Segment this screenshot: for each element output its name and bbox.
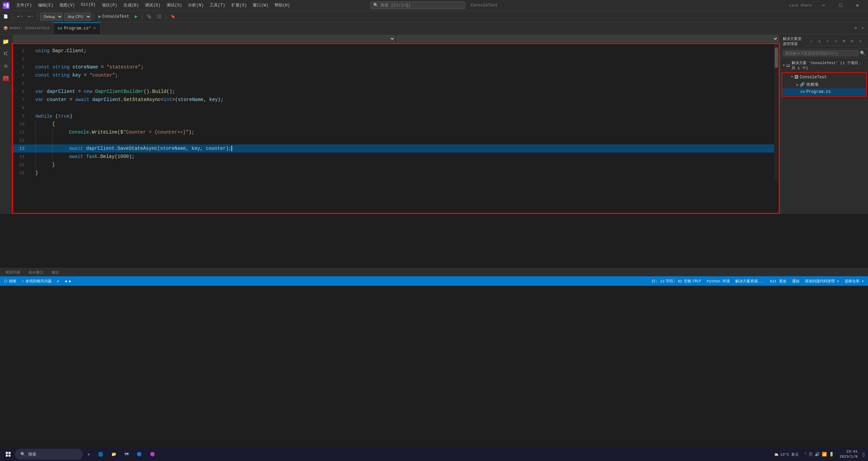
tray-network-icon[interactable]: 📶 — [822, 452, 827, 457]
menu-window[interactable]: 窗口(W) — [250, 1, 271, 9]
editor-scroll[interactable]: 1 using Dapr.Client; 2 3 const string st… — [13, 44, 774, 180]
navigation-arrows[interactable]: ◀ ▶ — [64, 279, 71, 283]
git-changes-item[interactable]: Git 更改 — [770, 279, 786, 284]
taskbar-onenote-app[interactable]: 🟣 — [147, 449, 158, 460]
solution-explorer-item[interactable]: 解决方案资源... — [735, 279, 765, 284]
taskbar-search[interactable]: 🔍 搜索 — [15, 449, 83, 460]
taskbar-explorer-app[interactable]: 📁 — [108, 449, 120, 460]
bookmark-btn[interactable]: 🔖 — [169, 14, 177, 19]
line-code-10[interactable]: { — [30, 120, 774, 128]
line-code-4[interactable]: const string key = “counter”; — [30, 73, 774, 78]
menu-tools[interactable]: 工具(T) — [207, 1, 228, 9]
vscroll-thumb[interactable] — [775, 47, 778, 68]
undo-group[interactable]: ↩ ▾ — [15, 14, 24, 19]
undo-btn[interactable]: ↩ — [17, 14, 20, 19]
add-to-source-btn[interactable]: 添加到源代码管理 ▾ — [805, 279, 839, 284]
cpu-select[interactable]: Any CPU — [64, 13, 91, 21]
line-code-3[interactable]: const string storeName = “statestore”; — [30, 64, 774, 70]
rp-home-btn[interactable]: ⌂ — [808, 38, 815, 45]
run-button[interactable]: ▶ ConsoleTest — [96, 13, 131, 20]
python-env-item[interactable]: Python 环境 — [707, 279, 730, 284]
tray-speaker-icon[interactable]: 🔊 — [815, 452, 820, 457]
redo-group[interactable]: ↪ ▾ — [26, 14, 35, 19]
output-tab[interactable]: 输出 — [49, 269, 62, 276]
menu-help[interactable]: 帮助(H) — [272, 1, 293, 9]
line-code-11[interactable]: Console.WriteLine($“Counter = {counter++… — [30, 128, 774, 136]
line-code-12[interactable] — [30, 136, 774, 144]
tab-close-btn[interactable]: × — [93, 26, 96, 31]
cmd-window-tab[interactable]: 命令窗口 — [26, 269, 46, 276]
line-code-6[interactable]: var daprClient = new DaprClientBuilder()… — [30, 89, 774, 94]
rp-undo-btn[interactable]: ↩ — [824, 38, 831, 45]
code-line-13[interactable]: 13 await daprClient.SaveStateAsync(store… — [13, 144, 774, 153]
rp-redo-btn[interactable]: ↪ — [832, 38, 839, 45]
notify-item[interactable]: 通知 — [792, 279, 799, 284]
taskbar-maps-app[interactable]: 🗺 — [121, 449, 132, 460]
show-desktop-icon[interactable]: ▯ — [862, 450, 865, 458]
maximize-button[interactable]: □ — [833, 0, 848, 11]
close-button[interactable]: ✕ — [850, 0, 865, 11]
menu-file[interactable]: 文件(F) — [14, 1, 35, 9]
error-list-tab[interactable]: 错误列表 — [3, 269, 23, 276]
editor-vscroll[interactable] — [774, 44, 779, 180]
menu-git[interactable]: Git(G) — [78, 1, 98, 9]
new-file-btn[interactable]: 📄 — [1, 14, 10, 19]
minimize-button[interactable]: ─ — [816, 0, 831, 11]
tray-lang[interactable]: 英 — [809, 452, 813, 457]
select-repo-btn[interactable]: 选择仓库 ▾ — [845, 279, 864, 284]
taskbar-clock[interactable]: 23:41 2023/1/9 — [839, 449, 857, 460]
continue-button[interactable]: ▶ — [133, 13, 139, 20]
tray-arrow[interactable]: ^ — [804, 452, 807, 457]
line-code-13[interactable]: await daprClient.SaveStateAsync(storeNam… — [30, 144, 774, 153]
properties-icon[interactable]: ⚙ — [1, 61, 11, 71]
editor-scope-dropdown[interactable] — [13, 35, 395, 42]
menu-project[interactable]: 项目(P) — [99, 1, 120, 9]
tray-battery-icon[interactable]: 🔋 — [829, 452, 834, 457]
taskbar-edge-app[interactable]: 🔵 — [133, 449, 145, 460]
start-button[interactable] — [3, 449, 14, 460]
dependencies-item[interactable]: ▶ 🔗 依赖项 — [783, 81, 865, 88]
solution-explorer-icon[interactable]: 📁 — [1, 37, 11, 46]
redo-btn[interactable]: ↪ — [28, 14, 30, 19]
nuget-tab[interactable]: 📦 NuGet: ConsoleTest — [0, 22, 54, 34]
menu-view[interactable]: 视图(V) — [57, 1, 78, 9]
breakpoints-btn[interactable]: ⬛ — [155, 14, 164, 19]
attach-btn[interactable]: 📎 — [145, 14, 153, 19]
solution-search-input[interactable] — [783, 50, 858, 56]
rp-sync-btn[interactable]: ↻ — [816, 38, 823, 45]
line-code-14[interactable]: await Task.Delay(1000); — [30, 153, 774, 161]
editor-member-dropdown[interactable] — [397, 35, 779, 42]
rp-close-btn[interactable]: ✕ — [856, 38, 864, 45]
rp-settings-btn[interactable]: ⚙ — [848, 38, 856, 45]
toolbox-icon[interactable]: 🧰 — [1, 74, 11, 83]
line-code-1[interactable]: using Dapr.Client; — [30, 48, 774, 54]
debug-select[interactable]: Debug — [40, 13, 63, 21]
line-code-15[interactable]: } — [30, 161, 774, 169]
project-item[interactable]: ▼ 🖼 ConsoleTest — [783, 74, 865, 81]
cpu-dropdown[interactable]: Any CPU — [64, 13, 91, 21]
menu-extensions[interactable]: 扩展(X) — [229, 1, 250, 9]
git-changes-icon[interactable]: ⑆ — [1, 49, 11, 59]
menu-test[interactable]: 测试(S) — [164, 1, 185, 9]
taskbar-vs-app[interactable]: ◈ — [84, 449, 93, 460]
line-code-16[interactable]: } — [30, 170, 774, 176]
live-share-btn[interactable]: Live Share — [789, 3, 812, 7]
tab-list-icon[interactable]: ≡ — [853, 24, 858, 32]
line-code-7[interactable]: var counter = await daprClient.GetStateA… — [30, 97, 774, 102]
solution-item[interactable]: ▼ 🗂 解决方案 'ConsoleTest' (1 个项目，共 1 个) — [780, 59, 868, 72]
menu-debug[interactable]: 调试(D) — [142, 1, 163, 9]
program-cs-tab[interactable]: C# Program.cs* × — [54, 22, 100, 34]
menu-edit[interactable]: 编辑(E) — [35, 1, 56, 9]
rp-filter-btn[interactable]: ⊞ — [840, 38, 848, 45]
tab-bar: 📦 NuGet: ConsoleTest C# Program.cs* × ≡ … — [0, 22, 868, 34]
editor-area[interactable]: 1 using Dapr.Client; 2 3 const string st… — [12, 43, 780, 214]
menu-analyze[interactable]: 分析(N) — [185, 1, 206, 9]
debug-dropdown[interactable]: Debug — [40, 13, 63, 21]
taskbar-weather[interactable]: ⛅ 13°C 多云 — [774, 452, 799, 457]
program-cs-item[interactable]: C# Program.cs — [783, 88, 865, 95]
menu-build[interactable]: 生成(B) — [121, 1, 142, 9]
search-icon[interactable]: 🔍 — [860, 51, 865, 56]
taskbar-browser-app[interactable]: 🌐 — [95, 449, 107, 460]
line-code-9[interactable]: ⊟while (true) — [30, 113, 774, 119]
add-tab-icon[interactable]: + — [860, 24, 865, 32]
